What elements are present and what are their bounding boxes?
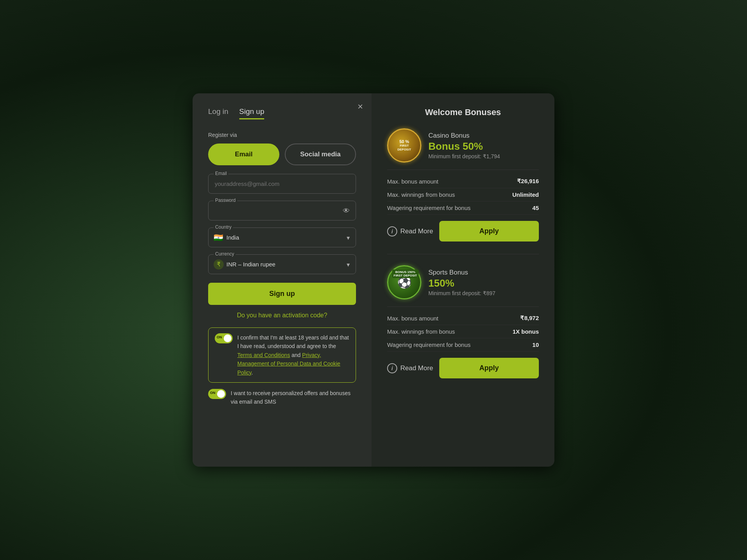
casino-bonus-details: Max. bonus amount ₹26,916 Max. winnings … [387, 170, 539, 242]
casino-apply-button[interactable]: Apply [439, 221, 539, 242]
country-select-wrapper: 🇮🇳 India ▾ [208, 228, 356, 247]
sports-bonus-actions: i Read More Apply [387, 358, 539, 378]
casino-badge-percent: 50 % [399, 139, 409, 144]
email-input[interactable] [208, 174, 356, 194]
welcome-title: Welcome Bonuses [387, 107, 539, 117]
sports-row-label-max-winnings: Max. winnings from bonus [387, 328, 455, 335]
sports-row-value-max-amount: ₹8,972 [520, 315, 539, 322]
consent-text-1: I confirm that I'm at least 18 years old… [237, 333, 349, 377]
sports-apply-button[interactable]: Apply [439, 358, 539, 378]
currency-field-group: Currency ₹ INR – Indian rupee ▾ [208, 254, 356, 274]
method-social-button[interactable]: Social media [285, 144, 356, 165]
sports-row-wagering: Wagering requirement for bonus 10 [387, 338, 539, 352]
casino-read-more-button[interactable]: i Read More [387, 226, 433, 236]
sports-bonus-percent: 150% [428, 277, 495, 289]
modal-container: × Log in Sign up Register via Email Soci… [193, 93, 554, 467]
method-email-button[interactable]: Email [208, 144, 279, 165]
sports-bonus-info: Sports Bonus 150% Minimum first deposit:… [428, 269, 495, 296]
toggle-on-label-2: ON [210, 391, 216, 395]
consent-row-2: ON I want to receive personalized offers… [208, 389, 356, 406]
currency-select[interactable]: INR – Indian rupee [208, 254, 356, 274]
password-eye-icon[interactable]: 👁 [343, 206, 350, 215]
casino-row-value-max-winnings: Unlimited [512, 191, 539, 198]
signup-button[interactable]: Sign up [208, 283, 356, 305]
country-field-group: Country 🇮🇳 India ▾ [208, 228, 356, 247]
casino-bonus-badge: 50 % FIRSTDEPOSIT [387, 128, 421, 163]
consent-box-1: ON I confirm that I'm at least 18 years … [208, 327, 356, 383]
left-panel: × Log in Sign up Register via Email Soci… [193, 93, 372, 467]
casino-row-wagering: Wagering requirement for bonus 45 [387, 201, 539, 215]
casino-bonus-actions: i Read More Apply [387, 221, 539, 242]
sports-row-max-amount: Max. bonus amount ₹8,972 [387, 312, 539, 325]
sports-read-more-label: Read More [400, 364, 433, 372]
sports-row-label-wagering: Wagering requirement for bonus [387, 341, 471, 348]
sports-bonus-details: Max. bonus amount ₹8,972 Max. winnings f… [387, 306, 539, 378]
casino-row-label-max-amount: Max. bonus amount [387, 178, 438, 185]
sports-bonus-min-deposit: Minimum first deposit: ₹897 [428, 290, 495, 296]
sports-read-more-button[interactable]: i Read More [387, 363, 433, 373]
currency-select-wrapper: ₹ INR – Indian rupee ▾ [208, 254, 356, 274]
country-select[interactable]: India [208, 228, 356, 247]
sports-badge-label: BONUS 150%FIRST DEPOSIT [392, 270, 419, 278]
casino-badge-sub: FIRSTDEPOSIT [397, 144, 411, 151]
casino-read-more-label: Read More [400, 228, 433, 235]
sports-ball-icon: ⚽ [397, 276, 412, 288]
sports-bonus-header: ⚽ BONUS 150%FIRST DEPOSIT Sports Bonus 1… [387, 265, 539, 299]
casino-row-max-winnings: Max. winnings from bonus Unlimited [387, 188, 539, 201]
sports-row-max-winnings: Max. winnings from bonus 1X bonus [387, 325, 539, 338]
sports-bonus-type: Sports Bonus [428, 269, 495, 276]
consent-toggle-1[interactable]: ON [215, 333, 233, 343]
password-field-group: Password 👁 [208, 201, 356, 220]
currency-label: Currency [214, 251, 236, 257]
casino-bonus-min-deposit: Minimum first deposit: ₹1,794 [428, 153, 500, 159]
register-via-label: Register via [208, 132, 356, 138]
sports-row-value-wagering: 10 [532, 341, 539, 348]
sports-row-label-max-amount: Max. bonus amount [387, 315, 438, 322]
auth-tabs: Log in Sign up [208, 107, 356, 119]
country-label: Country [214, 224, 233, 230]
casino-bonus-header: 50 % FIRSTDEPOSIT Casino Bonus Bonus 50%… [387, 128, 539, 163]
terms-link[interactable]: Terms and Conditions [237, 352, 290, 358]
casino-bonus-percent: Bonus 50% [428, 140, 500, 152]
toggle-on-label: ON [217, 335, 222, 339]
casino-row-label-wagering: Wagering requirement for bonus [387, 205, 471, 211]
tab-signup[interactable]: Sign up [239, 107, 264, 119]
casino-info-icon: i [387, 226, 397, 236]
method-buttons: Email Social media [208, 144, 356, 165]
casino-bonus-info: Casino Bonus Bonus 50% Minimum first dep… [428, 132, 500, 159]
close-button[interactable]: × [358, 102, 363, 111]
sports-bonus-card: ⚽ BONUS 150%FIRST DEPOSIT Sports Bonus 1… [387, 265, 539, 378]
email-label: Email [214, 171, 228, 176]
bonus-divider [387, 254, 539, 254]
sports-row-value-max-winnings: 1X bonus [512, 328, 539, 335]
casino-row-value-wagering: 45 [532, 205, 539, 211]
password-input[interactable] [208, 201, 356, 220]
casino-row-value-max-amount: ₹26,916 [517, 178, 539, 185]
sports-info-icon: i [387, 363, 397, 373]
casino-bonus-type: Casino Bonus [428, 132, 500, 140]
activation-code-link[interactable]: Do you have an activation code? [208, 312, 356, 319]
email-field-group: Email [208, 174, 356, 194]
consent-text-2: I want to receive personalized offers an… [231, 389, 356, 406]
casino-bonus-card: 50 % FIRSTDEPOSIT Casino Bonus Bonus 50%… [387, 128, 539, 242]
tab-login[interactable]: Log in [208, 107, 228, 119]
right-panel: Welcome Bonuses 50 % FIRSTDEPOSIT Casino… [372, 93, 554, 467]
sports-bonus-badge: ⚽ BONUS 150%FIRST DEPOSIT [387, 265, 421, 299]
consent-toggle-2[interactable]: ON [208, 389, 226, 399]
password-label: Password [214, 198, 237, 203]
casino-row-max-amount: Max. bonus amount ₹26,916 [387, 175, 539, 188]
casino-row-label-max-winnings: Max. winnings from bonus [387, 191, 455, 198]
